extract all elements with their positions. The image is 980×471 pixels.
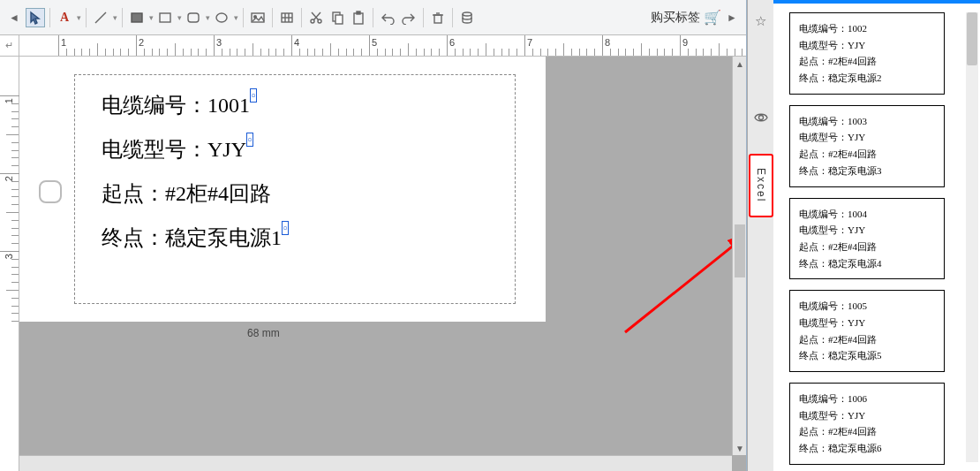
ruler-horizontal[interactable]: 123456789 [19, 35, 746, 57]
separator [122, 8, 123, 27]
preview-row: 起点：#2柜#4回路 [799, 331, 935, 348]
separator [301, 8, 302, 27]
field-cable-number[interactable]: 电缆编号：1001▫ [75, 91, 515, 119]
preview-card[interactable]: 电缆编号：1003电缆型号：YJY起点：#2柜#4回路终点：稳定泵电源3 [789, 105, 945, 187]
svg-rect-2 [160, 13, 170, 22]
field-cable-model[interactable]: 电缆型号：YJY▫ [75, 135, 515, 163]
scroll-thumb[interactable] [967, 12, 977, 65]
preview-row: 电缆编号：1005 [799, 298, 935, 315]
pointer-tool[interactable] [26, 8, 45, 27]
field-end[interactable]: 终点：稳定泵电源1▫ [75, 224, 515, 252]
field-start[interactable]: 起点：#2柜#4回路 [75, 179, 515, 208]
image-tool[interactable] [248, 8, 268, 27]
preview-row: 终点：稳定泵电源2 [799, 70, 935, 87]
datasource-marker-icon: ▫ [250, 88, 257, 103]
scroll-thumb[interactable] [735, 224, 745, 277]
field-key: 电缆编号： [102, 94, 207, 117]
svg-line-23 [625, 233, 746, 332]
text-tool-dropdown[interactable]: ▾ [75, 8, 82, 27]
scroll-down-icon[interactable]: ▼ [733, 441, 746, 455]
separator [49, 8, 50, 27]
field-value: YJY [207, 138, 246, 161]
separator [86, 8, 87, 27]
ellipse-dropdown[interactable]: ▾ [232, 8, 239, 27]
cut-button[interactable] [306, 8, 326, 27]
line-tool-dropdown[interactable]: ▾ [111, 8, 118, 27]
scroll-up-icon[interactable]: ▲ [733, 57, 746, 71]
work-area: 123 电缆编号：1001▫ 电缆型号：YJY▫ 起点：#2柜#4回路 终点：稳… [0, 57, 746, 471]
table-tool[interactable] [277, 8, 297, 27]
nav-next-button[interactable]: ► [722, 8, 742, 27]
field-key: 电缆型号： [102, 138, 207, 161]
svg-point-4 [216, 13, 227, 22]
page-size-label: 68 mm [247, 327, 280, 339]
side-tab-favorites[interactable]: ☆ [749, 4, 773, 39]
redo-button[interactable] [399, 8, 418, 27]
nav-prev-button[interactable]: ◄ [4, 8, 24, 27]
undo-button[interactable] [378, 8, 397, 27]
preview-row: 电缆型号：YJY [799, 222, 935, 239]
preview-card[interactable]: 电缆编号：1004电缆型号：YJY起点：#2柜#4回路终点：稳定泵电源4 [789, 198, 945, 280]
filled-rect-dropdown[interactable]: ▾ [147, 8, 155, 27]
preview-row: 终点：稳定泵电源6 [799, 440, 935, 457]
toolbar: ◄ A ▾ ▾ ▾ ▾ ▾ ▾ [0, 0, 746, 35]
text-tool[interactable]: A [55, 8, 74, 27]
cart-icon[interactable]: 🛒 [704, 9, 721, 26]
preview-card[interactable]: 电缆编号：1005电缆型号：YJY起点：#2柜#4回路终点：稳定泵电源5 [789, 290, 945, 372]
canvas[interactable]: 电缆编号：1001▫ 电缆型号：YJY▫ 起点：#2柜#4回路 终点：稳定泵电源… [19, 57, 746, 471]
eye-icon [754, 110, 768, 127]
preview-row: 电缆型号：YJY [799, 407, 935, 424]
svg-point-24 [758, 115, 763, 119]
separator [452, 8, 453, 27]
preview-row: 起点：#2柜#4回路 [799, 53, 935, 70]
preview-row: 电缆型号：YJY [799, 315, 935, 331]
rect-outline-tool[interactable] [155, 8, 175, 27]
label-frame[interactable]: 电缆编号：1001▫ 电缆型号：YJY▫ 起点：#2柜#4回路 终点：稳定泵电源… [74, 74, 516, 304]
rounded-rect-tool[interactable] [184, 8, 203, 27]
app-root: ◄ A ▾ ▾ ▾ ▾ ▾ ▾ [0, 0, 980, 471]
canvas-scrollbar-horizontal[interactable] [19, 455, 732, 471]
svg-rect-19 [434, 15, 441, 23]
field-value: 1001 [207, 94, 250, 117]
preview-card[interactable]: 电缆编号：1006电缆型号：YJY起点：#2柜#4回路终点：稳定泵电源6 [789, 383, 945, 465]
separator [373, 8, 373, 27]
preview-row: 电缆型号：YJY [799, 129, 935, 146]
preview-scrollbar[interactable] [966, 12, 978, 462]
separator [243, 8, 244, 27]
label-select-checkbox[interactable] [39, 180, 62, 203]
paste-button[interactable] [349, 8, 368, 27]
ellipse-tool[interactable] [212, 8, 231, 27]
separator [272, 8, 273, 27]
preview-row: 电缆编号：1002 [799, 20, 935, 37]
rounded-rect-dropdown[interactable]: ▾ [204, 8, 211, 27]
datasource-marker-icon: ▫ [282, 221, 289, 235]
filled-rect-tool[interactable] [127, 8, 147, 27]
database-button[interactable] [457, 8, 477, 27]
rect-outline-dropdown[interactable]: ▾ [176, 8, 183, 27]
side-tab-preview[interactable] [749, 101, 773, 136]
preview-card[interactable]: 电缆编号：1002电缆型号：YJY起点：#2柜#4回路终点：稳定泵电源2 [789, 12, 945, 95]
svg-line-0 [95, 12, 106, 23]
preview-row: 起点：#2柜#4回路 [799, 239, 935, 255]
separator [423, 8, 424, 27]
ruler-origin[interactable]: ↵ [0, 35, 19, 57]
datasource-marker-icon: ▫ [246, 133, 253, 147]
svg-rect-18 [357, 11, 360, 14]
buy-labels-link[interactable]: 购买标签 [651, 10, 700, 26]
editor-pane: ◄ A ▾ ▾ ▾ ▾ ▾ ▾ [0, 0, 747, 471]
line-tool[interactable] [91, 8, 110, 27]
field-key: 起点： [102, 182, 165, 205]
side-tab-excel[interactable]: Excel [749, 154, 773, 217]
delete-button[interactable] [428, 8, 448, 27]
page: 电缆编号：1001▫ 电缆型号：YJY▫ 起点：#2柜#4回路 终点：稳定泵电源… [19, 57, 546, 322]
preview-row: 终点：稳定泵电源5 [799, 347, 935, 364]
ruler-vertical[interactable]: 123 [0, 57, 19, 471]
copy-button[interactable] [328, 8, 347, 27]
canvas-scrollbar-vertical[interactable]: ▲ ▼ [732, 57, 746, 455]
preview-row: 起点：#2柜#4回路 [799, 146, 935, 163]
svg-rect-1 [132, 13, 142, 22]
svg-point-22 [463, 12, 471, 16]
field-key: 终点： [102, 226, 165, 249]
star-icon: ☆ [755, 13, 766, 29]
preview-row: 终点：稳定泵电源3 [799, 163, 935, 179]
